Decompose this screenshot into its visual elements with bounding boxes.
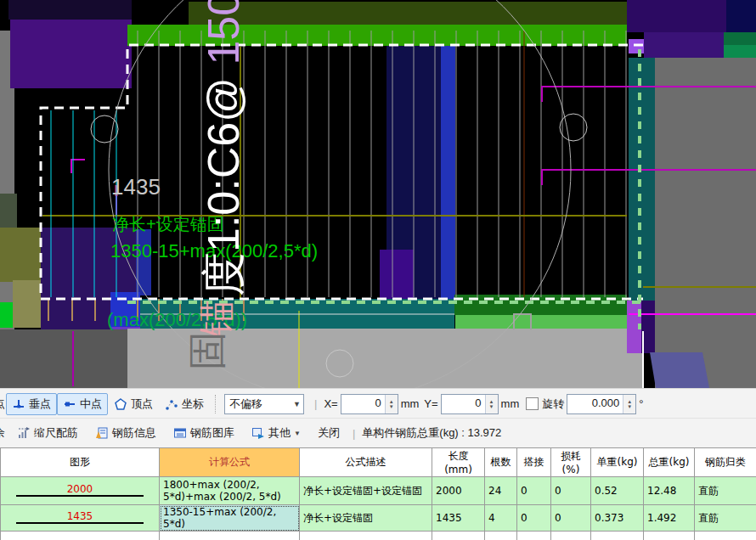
col-header-desc[interactable]: 公式描述 (300, 448, 432, 477)
desc-cell[interactable]: 净长+设定锚固 (300, 505, 432, 532)
empty-cell[interactable] (644, 532, 695, 540)
spinner-arrows[interactable]: ▲▼ (485, 395, 498, 413)
clipped-rebar-button[interactable]: 余 (0, 425, 6, 441)
x-coordinate-label: X= (324, 397, 337, 410)
col-header-loss[interactable]: 损耗(%) (551, 448, 591, 477)
empty-cell[interactable] (160, 532, 300, 540)
unit-weight-cell[interactable]: 0.373 (591, 505, 644, 532)
spinner-arrows[interactable]: ▲▼ (623, 395, 635, 413)
category-cell[interactable]: 直筋 (695, 477, 756, 505)
table-row-empty (1, 532, 756, 540)
mid-point-icon (63, 397, 76, 411)
shape-dim-label: 1435 (4, 511, 155, 521)
col-header-total-weight[interactable]: 总重(kg) (644, 448, 695, 477)
y-coordinate-input[interactable]: 0 ▲▼ (441, 394, 499, 414)
rebar-calc-table: 图形 计算公式 公式描述 长度(mm) 根数 搭接 损耗(%) 单重(kg) 总… (0, 447, 756, 540)
total-weight-cell[interactable]: 12.48 (644, 477, 695, 505)
count-cell[interactable]: 24 (485, 477, 517, 505)
cad-viewport[interactable]: 1435 净长+设定锚固 1350-15+max(200/2,5*d) (max… (0, 0, 756, 388)
length-cell[interactable]: 1435 (432, 505, 485, 532)
total-weight-cell[interactable]: 1.492 (644, 505, 695, 532)
empty-cell[interactable] (517, 532, 551, 540)
rebar-toolbar: 余 缩尺配筋 钢筋信息 (0, 418, 756, 448)
category-cell[interactable]: 直筋 (695, 505, 756, 532)
vertex-label: 顶点 (131, 397, 153, 412)
x-unit-label: mm (401, 397, 420, 410)
clipped-snap-button[interactable]: 点 (0, 397, 6, 412)
others-label: 其他 (268, 425, 291, 441)
close-button[interactable]: 关闭 (312, 422, 346, 444)
rebar-info-icon (95, 426, 109, 440)
rotate-checkbox[interactable] (526, 397, 539, 410)
cad-canvas[interactable]: 1435 净长+设定锚固 1350-15+max(200/2,5*d) (max… (0, 0, 756, 388)
vertical-label-main: 度1:0:C6@ (199, 77, 248, 296)
empty-cell[interactable] (300, 532, 432, 540)
perpendicular-point-button[interactable]: 垂点 (6, 393, 57, 415)
rebar-gallery-label: 钢筋图库 (190, 425, 234, 441)
shape-cell[interactable]: 1435 (1, 505, 160, 532)
coordinates-button[interactable]: 坐标 (159, 393, 210, 415)
scale-rebar-label: 缩尺配筋 (34, 425, 78, 441)
coordinates-icon (165, 397, 178, 411)
col-header-category[interactable]: 钢筋归类 (695, 448, 756, 477)
perpendicular-point-icon (12, 397, 25, 411)
toolbar-separator: | (314, 397, 317, 410)
table-header-row: 图形 计算公式 公式描述 长度(mm) 根数 搭接 损耗(%) 单重(kg) 总… (1, 448, 756, 477)
lap-cell[interactable]: 0 (517, 505, 551, 532)
empty-cell[interactable] (695, 532, 756, 540)
x-coordinate-input[interactable]: 0 ▲▼ (341, 394, 398, 414)
rebar-gallery-button[interactable]: 钢筋图库 (167, 422, 240, 444)
vertical-label-top: 150 (199, 0, 248, 65)
empty-cell[interactable] (551, 532, 591, 540)
rotate-label: 旋转 (542, 397, 564, 412)
toolbar-separator: | (353, 427, 355, 440)
chevron-down-icon: ▼ (291, 400, 303, 408)
x-coordinate-value: 0 (341, 395, 385, 413)
empty-cell[interactable] (591, 532, 644, 540)
scale-rebar-button[interactable]: 缩尺配筋 (11, 422, 84, 444)
rebar-info-label: 钢筋信息 (112, 425, 156, 441)
mid-point-button[interactable]: 中点 (57, 393, 108, 415)
length-cell[interactable]: 2000 (432, 477, 485, 505)
col-header-length[interactable]: 长度(mm) (432, 448, 485, 477)
shape-bar-line (16, 522, 144, 524)
coordinates-label: 坐标 (182, 397, 204, 412)
vertex-button[interactable]: 顶点 (108, 393, 159, 415)
shape-bar-line (16, 495, 144, 497)
offset-mode-dropdown[interactable]: 不偏移 ▼ (224, 394, 304, 414)
col-header-count[interactable]: 根数 (485, 448, 517, 477)
rotated-char-gray: 固 (185, 331, 229, 370)
col-header-formula[interactable]: 计算公式 (160, 448, 300, 477)
mid-point-label: 中点 (80, 397, 102, 412)
offset-mode-value: 不偏移 (225, 397, 291, 412)
desc-cell[interactable]: 净长+设定锚固+设定锚固 (300, 477, 432, 505)
empty-cell[interactable] (485, 532, 517, 540)
shape-dim-label: 2000 (4, 484, 155, 494)
lap-cell[interactable]: 0 (517, 477, 551, 505)
rotate-angle-value: 0.000 (567, 395, 623, 413)
y-unit-label: mm (501, 397, 520, 410)
col-header-unit-weight[interactable]: 单重(kg) (591, 448, 644, 477)
loss-cell[interactable]: 0 (551, 477, 591, 505)
col-header-lap[interactable]: 搭接 (517, 448, 551, 477)
chevron-down-icon: ▼ (294, 430, 301, 437)
others-icon (251, 426, 265, 440)
vertex-icon (114, 397, 127, 411)
empty-cell[interactable] (1, 532, 160, 540)
unit-weight-cell[interactable]: 0.52 (591, 477, 644, 505)
rebar-info-button[interactable]: 钢筋信息 (89, 422, 162, 444)
app-window: 1435 净长+设定锚固 1350-15+max(200/2,5*d) (max… (0, 0, 756, 540)
vertical-rebar-label: 度1:0:C6@ 150 (199, 0, 248, 296)
formula-cell[interactable]: 1800+max (200/2, 5*d)+max (200/2, 5*d) (160, 477, 300, 505)
table-row: 2000 1800+max (200/2, 5*d)+max (200/2, 5… (1, 477, 756, 505)
shape-cell[interactable]: 2000 (1, 477, 160, 505)
toolbar-separator (215, 395, 216, 413)
formula-cell-selected[interactable]: 1350-15+max (200/2, 5*d) (160, 505, 300, 532)
spinner-arrows[interactable]: ▲▼ (385, 395, 398, 413)
loss-cell[interactable]: 0 (551, 505, 591, 532)
others-dropdown-button[interactable]: 其他 ▼ (245, 422, 307, 444)
rotate-angle-input[interactable]: 0.000 ▲▼ (567, 394, 636, 414)
empty-cell[interactable] (432, 532, 485, 540)
count-cell[interactable]: 4 (485, 505, 517, 532)
col-header-shape[interactable]: 图形 (1, 448, 160, 477)
